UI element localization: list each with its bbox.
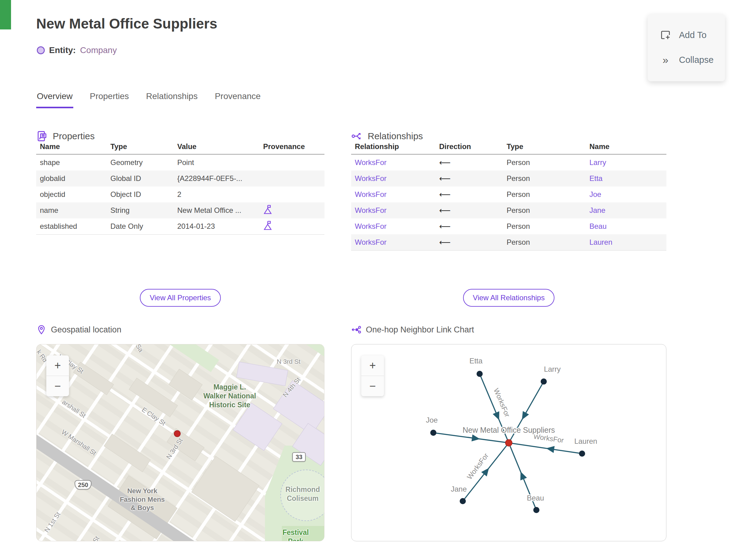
graph-node[interactable] (533, 507, 539, 513)
tab-relationships[interactable]: Relationships (145, 91, 198, 108)
graph-edge-label: WorksFor (465, 451, 490, 481)
relationship-type-link[interactable]: WorksFor (355, 174, 387, 182)
graph-node-label: Jane (451, 485, 467, 493)
col-provenance: Provenance (259, 139, 324, 154)
related-entity-link[interactable]: Joe (589, 190, 601, 198)
property-row: objectidObject ID2 (36, 186, 324, 202)
map-zoom-in-button[interactable]: + (46, 355, 69, 376)
graph-node-label: Larry (544, 365, 561, 373)
related-entity-link[interactable]: Lauren (589, 238, 612, 246)
graph-edge-arrow (471, 434, 480, 441)
related-entity-type: Person (503, 154, 586, 171)
route-shield: 33 (292, 452, 306, 462)
related-entity-link[interactable]: Jane (589, 206, 605, 214)
property-type: Date Only (107, 218, 174, 235)
property-type: Object ID (107, 186, 174, 202)
view-all-properties-button[interactable]: View All Properties (140, 289, 221, 307)
relationship-type-link[interactable]: WorksFor (355, 238, 387, 246)
map-label: Richmond Coliseum (286, 485, 320, 503)
map-label: Maggie L. Walker National Historic Site (203, 383, 256, 409)
graph-edge[interactable] (509, 443, 582, 454)
geospatial-map[interactable]: k RdW Clay StSaarshall StW Marshall StE … (36, 344, 324, 541)
chart-zoom-control: + − (361, 355, 384, 396)
map-zoom-out-button[interactable]: − (46, 376, 69, 396)
map-label: Festival Park (282, 528, 310, 541)
related-entity-type: Person (503, 202, 586, 218)
map-zoom-control: + − (46, 355, 69, 396)
graph-edge-arrow (522, 411, 529, 420)
tab-properties[interactable]: Properties (89, 91, 130, 108)
collapse-icon: » (660, 54, 671, 66)
related-entity-type: Person (503, 234, 586, 251)
direction-arrow: ⟵ (439, 206, 450, 215)
location-pin-icon (36, 324, 47, 335)
relationship-type-link[interactable]: WorksFor (355, 222, 387, 230)
graph-node[interactable] (430, 430, 436, 436)
route-shield: 250 (75, 480, 91, 490)
col-rel-name: Name (586, 139, 666, 154)
relationship-row: WorksFor⟵PersonLarry (351, 154, 666, 171)
property-type: Global ID (107, 171, 174, 186)
direction-arrow: ⟵ (439, 158, 450, 167)
one-hop-link-chart[interactable]: WorksForWorksForWorksForNew Metal Office… (351, 344, 666, 541)
property-row: globalidGlobal ID{A228944F-0EF5-... (36, 171, 324, 186)
link-chart-icon (351, 324, 362, 335)
chart-zoom-out-button[interactable]: − (361, 376, 384, 396)
collapse-button[interactable]: » Collapse (648, 47, 725, 73)
property-name: established (36, 218, 107, 235)
property-value: {A228944F-0EF5-... (174, 171, 259, 186)
property-type: Geometry (107, 154, 174, 171)
direction-arrow: ⟵ (439, 190, 450, 199)
property-provenance (259, 218, 324, 235)
property-name: objectid (36, 186, 107, 202)
graph-node-label: Lauren (574, 437, 597, 445)
map-entity-marker[interactable] (174, 430, 181, 437)
graph-node-label: New Metal Office Suppliers (462, 426, 555, 434)
property-value: 2 (174, 186, 259, 202)
relationships-table: Relationship Direction Type Name WorksFo… (351, 139, 666, 251)
provenance-flag-icon[interactable] (263, 220, 272, 231)
col-rel-type: Type (503, 139, 586, 154)
tab-bar: Overview Properties Relationships Proven… (36, 91, 261, 108)
linkchart-section-title: One-hop Neighbor Link Chart (366, 325, 474, 335)
provenance-flag-icon[interactable] (263, 204, 272, 215)
chart-zoom-in-button[interactable]: + (361, 355, 384, 376)
add-to-label: Add To (679, 30, 707, 40)
tab-provenance[interactable]: Provenance (214, 91, 261, 108)
related-entity-type: Person (503, 186, 586, 202)
col-direction: Direction (435, 139, 503, 154)
map-label: New York Fashion Mens & Boys (120, 487, 165, 512)
property-name: shape (36, 154, 107, 171)
entity-node-icon (37, 46, 45, 54)
view-all-relationships-button[interactable]: View All Relationships (463, 289, 554, 307)
geospatial-section-title: Geospatial location (51, 325, 121, 335)
collapse-label: Collapse (679, 55, 714, 65)
link-chart-canvas[interactable]: WorksForWorksForWorksForNew Metal Office… (351, 344, 666, 541)
property-value: Point (174, 154, 259, 171)
related-entity-link[interactable]: Larry (589, 158, 606, 167)
graph-node[interactable] (541, 378, 547, 385)
related-entity-link[interactable]: Etta (589, 174, 603, 182)
graph-center-node[interactable] (505, 439, 512, 446)
graph-node[interactable] (579, 451, 585, 457)
property-name: globalid (36, 171, 107, 186)
relationship-type-link[interactable]: WorksFor (355, 206, 387, 214)
property-type: String (107, 202, 174, 218)
linkchart-section-header: One-hop Neighbor Link Chart (351, 324, 474, 335)
direction-arrow: ⟵ (439, 174, 450, 183)
col-value: Value (174, 139, 259, 154)
relationship-type-link[interactable]: WorksFor (355, 190, 387, 198)
sidebar-edge (0, 0, 11, 29)
entity-label: Entity: (49, 45, 76, 55)
graph-node[interactable] (477, 371, 483, 377)
add-to-button[interactable]: Add To (648, 23, 725, 47)
graph-node[interactable] (460, 498, 466, 504)
entity-type-value: Company (80, 45, 117, 55)
related-entity-link[interactable]: Beau (589, 222, 607, 230)
relationship-type-link[interactable]: WorksFor (355, 158, 387, 167)
property-provenance (259, 154, 324, 171)
property-provenance (259, 202, 324, 218)
relationship-row: WorksFor⟵PersonLauren (351, 234, 666, 251)
relationship-row: WorksFor⟵PersonJoe (351, 186, 666, 202)
tab-overview[interactable]: Overview (36, 91, 73, 108)
